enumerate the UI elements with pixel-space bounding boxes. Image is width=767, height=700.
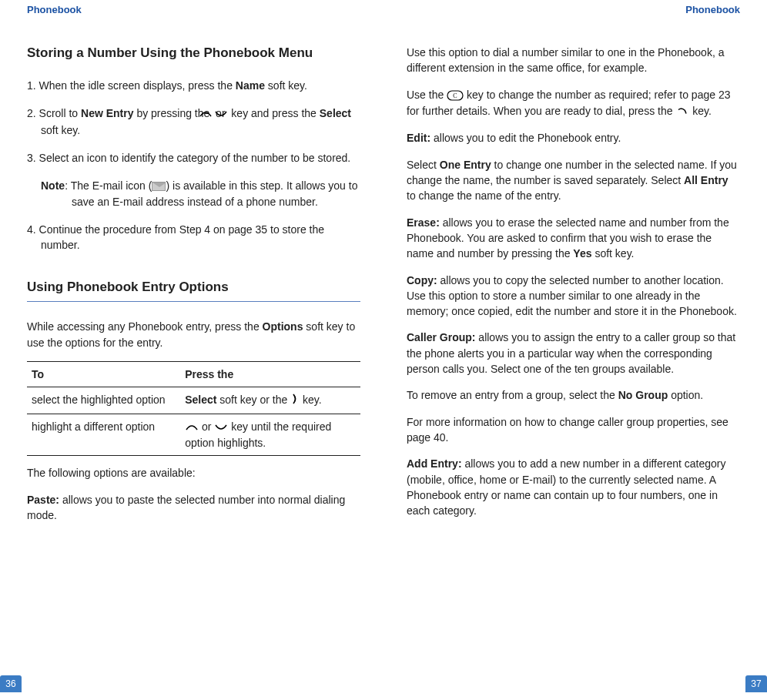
option-copy: Copy: allows you to copy the selected nu… [407,273,740,320]
softkey-name: Name [236,79,265,92]
text: key. [300,394,322,406]
cell-to: select the highlighted option [27,387,180,414]
cell-to: highlight a different option [27,414,180,456]
table-row: select the highlighted option Select sof… [27,387,360,414]
svg-text:C: C [453,92,457,99]
option-label: Erase: [407,216,440,229]
option-label: Paste: [27,494,59,506]
option-caller-group: Caller Group: allows you to assign the e… [407,330,740,377]
heading-storing-number: Storing a Number Using the Phonebook Men… [27,45,360,62]
paste-usage: Use this option to dial a number similar… [407,45,740,76]
running-head-left: Phonebook [27,4,360,15]
text: To remove an entry from a group, select … [407,389,618,401]
text: allows you to paste the selected number … [27,494,345,521]
text: or [199,420,214,433]
down-key-icon [214,420,228,435]
text: Use the [407,89,447,101]
softkey-select: Select [320,107,351,119]
step-3: 3. Select an icon to identify the catego… [27,150,360,166]
page-37: Phonebook Use this option to dial a numb… [384,0,767,700]
caller-group-more-info: For more information on how to change ca… [407,414,740,446]
email-icon [152,182,166,191]
menu-item: All Entry [684,174,728,186]
option-paste: Paste: allows you to paste the selected … [27,492,360,524]
options-table: To Press the select the highlighted opti… [27,361,360,456]
option-add-entry: Add Entry: allows you to add a new numbe… [407,456,740,518]
text: While accessing any Phonebook entry, pre… [27,320,263,333]
col-to: To [27,361,180,387]
cell-press: Select soft key or the key. [180,387,360,414]
clear-key-icon: C [447,88,464,103]
text: allows you to edit the Phonebook entry. [430,132,621,144]
text: key. [689,105,712,117]
paste-keys: Use the C key to change the number as re… [407,87,740,120]
table-row: highlight a different option or key unti… [27,414,360,456]
step-1: 1. When the idle screen displays, press … [27,78,360,93]
text: to change the name of the entry. [407,189,561,202]
menu-item: New Entry [81,107,133,119]
col-press: Press the [180,361,360,387]
text: 1. When the idle screen displays, press … [27,79,236,92]
softkey-options: Options [263,320,303,333]
send-key-icon [290,393,300,408]
text: option. [668,389,703,401]
note-email-icon: Note: The E-mail icon () is available in… [41,178,360,209]
option-edit: Edit: allows you to edit the Phonebook e… [407,130,740,146]
menu-item: One Entry [440,159,491,171]
option-label: Add Entry: [407,457,462,470]
edit-detail: Select One Entry to change one number in… [407,157,740,204]
options-intro: While accessing any Phonebook entry, pre… [27,319,360,350]
text: soft key. [41,124,80,136]
text: allows you to copy the selected number t… [407,274,737,318]
menu-item: No Group [618,389,668,401]
softkey-yes: Yes [573,247,591,260]
note-label: Note [41,179,65,192]
send-key-icon [675,104,689,119]
page-number-badge: 36 [0,675,22,692]
cell-press: or key until the required option highlig… [180,414,360,456]
page-36: Phonebook Storing a Number Using the Pho… [0,0,384,700]
option-label: Copy: [407,274,437,286]
text: : The E-mail icon ( [65,179,152,192]
caller-group-remove: To remove an entry from a group, select … [407,387,740,403]
softkey-select: Select [185,394,216,406]
table-header-row: To Press the [27,361,360,387]
option-erase: Erase: allows you to erase the selected … [407,215,740,262]
heading-entry-options: Using Phonebook Entry Options [27,279,360,302]
step-2: 2. Scroll to New Entry by pressing the o… [27,106,360,138]
text: key and press the [228,107,319,119]
text: Select [407,159,440,171]
step-4: 4. Continue the procedure from Step 4 on… [27,222,360,253]
page-number-badge: 37 [745,675,767,692]
text: soft key. [265,79,307,92]
text: soft key or the [216,394,290,406]
text: allows you to erase the selected name an… [407,216,729,260]
up-key-icon [185,420,199,435]
text: soft key. [592,247,635,260]
option-label: Edit: [407,132,430,144]
options-available: The following options are available: [27,465,360,481]
text: 2. Scroll to [27,107,81,119]
option-label: Caller Group: [407,331,475,343]
running-head-right: Phonebook [407,4,740,15]
